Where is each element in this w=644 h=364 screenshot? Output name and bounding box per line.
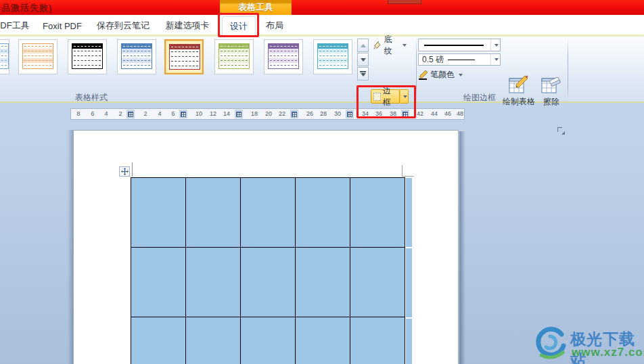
eraser-icon (541, 74, 561, 95)
table-cell[interactable] (296, 248, 350, 317)
table-cell[interactable] (241, 178, 296, 248)
chevron-down-icon (402, 44, 407, 47)
ruler-number: 28 (320, 110, 327, 117)
table-cell[interactable] (131, 178, 186, 248)
tab-label: 布局 (266, 20, 283, 32)
grid-icon (236, 112, 242, 117)
table-style-teal-header[interactable] (313, 39, 352, 74)
window-title: 品激活失败) (1, 2, 52, 14)
shading-button[interactable]: 底纹 (371, 38, 409, 52)
tab-3[interactable]: 新建选项卡 (162, 16, 212, 35)
table-sliver-cell (406, 248, 412, 317)
table-cell[interactable] (296, 178, 350, 248)
table-style-blue-header[interactable] (117, 39, 156, 74)
titlebar-widget (388, 0, 421, 4)
table-cell[interactable] (186, 317, 241, 364)
word-window: 品激活失败) 表格工具 底纹 边框 (0, 0, 644, 364)
line-style-combo[interactable] (418, 39, 501, 51)
ruler-number: 4 (104, 110, 108, 117)
move-icon (121, 168, 129, 175)
tab-0[interactable]: DF工具 (0, 16, 30, 35)
table-style-black-header[interactable] (68, 39, 107, 74)
gallery-more-icon (360, 71, 366, 76)
ruler-number: 46 (444, 110, 451, 117)
table-styles-group-label: 表格样式 (61, 92, 122, 104)
paint-bucket-icon (373, 41, 382, 50)
page-shadow (68, 130, 73, 364)
chevron-down-icon (459, 74, 463, 76)
annotation-design-tab (218, 13, 259, 37)
grid-icon (181, 112, 186, 117)
chevron-down-icon (495, 44, 499, 47)
table-sliver-cell (406, 319, 412, 364)
grid-icon (292, 112, 297, 117)
page-shadow (459, 131, 465, 364)
end-of-row-mark (402, 165, 402, 176)
table-cell[interactable] (296, 317, 350, 364)
grid-icon (347, 112, 352, 117)
tab-label: 保存到云笔记 (97, 20, 150, 32)
ruler-number: 20 (265, 110, 272, 117)
table-move-handle[interactable] (119, 166, 130, 177)
ribbon: 底纹 边框 表格样式 0.5 磅 笔颜色 (0, 37, 644, 103)
tab-2[interactable]: 保存到云笔记 (96, 16, 150, 35)
ruler-number: 30 (334, 110, 341, 117)
gallery-scroll-down-button[interactable] (357, 53, 369, 66)
table-style-red-header[interactable] (164, 39, 204, 74)
table-style-purple-header[interactable] (264, 39, 303, 74)
table-cell[interactable] (241, 317, 296, 364)
document-table[interactable] (131, 177, 405, 364)
ruler-table-column-marker[interactable] (127, 110, 135, 118)
title-bar: 品激活失败) (0, 0, 644, 15)
table-style-light-orange[interactable] (18, 39, 58, 74)
ruler-table-column-marker[interactable] (179, 110, 187, 118)
table-cell[interactable] (350, 248, 405, 317)
draw-borders-dialog-launcher[interactable] (557, 127, 565, 135)
table-cell[interactable] (131, 248, 186, 317)
eraser-label: 擦除 (543, 96, 559, 108)
pen-color-button[interactable]: 笔颜色 (417, 68, 471, 82)
chevron-up-icon (361, 44, 366, 47)
ruler-table-column-marker[interactable] (346, 110, 354, 118)
ruler-number: 44 (431, 110, 438, 117)
watermark-logo (532, 325, 570, 363)
table-cell[interactable] (350, 317, 405, 364)
ruler-table-column-marker[interactable] (235, 110, 243, 118)
line-weight-value: 0.5 磅 (422, 54, 444, 66)
pen-color-icon (419, 70, 428, 80)
ruler-number: 12 (210, 110, 216, 117)
contextual-tab-group-label: 表格工具 (238, 1, 273, 14)
ruler-number: 42 (417, 110, 423, 117)
line-style-preview (424, 45, 484, 46)
ruler-number: 48 (457, 110, 463, 117)
ruler-number: 14 (223, 110, 230, 117)
table-style-green-header[interactable] (214, 39, 254, 74)
ruler-number: 2 (143, 110, 147, 117)
chevron-down-icon (361, 58, 366, 62)
tab-5[interactable]: 布局 (260, 16, 290, 35)
tab-1[interactable]: Foxit PDF (42, 16, 83, 35)
end-of-row-mark (402, 176, 414, 177)
table-style-light-blue-partial[interactable] (0, 39, 9, 74)
table-cell[interactable] (131, 317, 186, 364)
gallery-more-button[interactable] (357, 67, 369, 81)
annotation-borders-button (356, 85, 416, 118)
ruler-number: 18 (251, 110, 258, 117)
table-cell[interactable] (241, 248, 296, 317)
table-sliver-cell (406, 178, 412, 247)
gallery-scroll-up-button[interactable] (357, 39, 369, 52)
ruler-number: 6 (91, 110, 94, 117)
eraser-button[interactable]: 擦除 (537, 74, 566, 110)
ruler-number: 8 (76, 110, 80, 117)
table-cell[interactable] (186, 248, 241, 317)
table-cell[interactable] (186, 178, 241, 248)
ruler-table-column-marker[interactable] (290, 110, 298, 118)
ruler-number: 22 (279, 110, 285, 117)
line-weight-preview (448, 60, 475, 60)
pen-color-label: 笔颜色 (430, 69, 455, 81)
group-separator (568, 38, 568, 100)
tab-label: DF工具 (0, 20, 29, 32)
line-weight-combo[interactable]: 0.5 磅 (418, 53, 501, 66)
draw-borders-group-label: 绘图边框 (449, 92, 510, 104)
table-cell[interactable] (350, 178, 405, 248)
